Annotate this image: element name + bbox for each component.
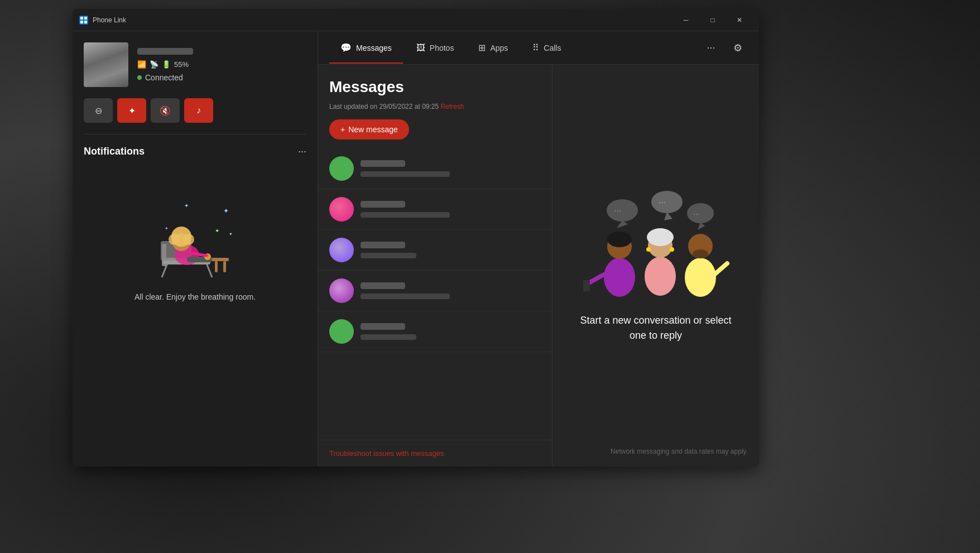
svg-text:✦: ✦ <box>215 228 219 234</box>
conversation-avatar <box>329 319 354 344</box>
notifications-more-button[interactable]: ··· <box>298 146 306 157</box>
conversation-name-blur <box>361 282 405 289</box>
svg-rect-38 <box>583 280 590 291</box>
messages-header: Messages Last updated on 29/05/2022 at 0… <box>318 65 552 148</box>
troubleshoot-link[interactable]: Troubleshoot issues with messages <box>318 440 552 467</box>
connected-row: Connected <box>137 73 306 82</box>
svg-text:✦: ✦ <box>184 203 189 209</box>
notifications-empty-state: ✦ ✦ ✦ ✦ ✦ <box>84 169 306 325</box>
apps-tab-label: Apps <box>490 44 508 52</box>
svg-text:···: ··· <box>614 206 621 215</box>
svg-point-21 <box>169 234 180 245</box>
svg-point-29 <box>687 203 714 223</box>
connected-dot <box>137 75 142 80</box>
conversation-avatar <box>329 156 354 181</box>
conversation-preview-blur <box>361 212 450 218</box>
maximize-button[interactable]: □ <box>700 12 726 28</box>
svg-text:···: ··· <box>659 198 666 207</box>
settings-button[interactable]: ⚙ <box>728 38 748 58</box>
signal-icon: 📡 <box>150 60 158 69</box>
tab-photos[interactable]: 🖼 Photos <box>405 32 465 64</box>
messages-updated: Last updated on 29/05/2022 at 09:25 Refr… <box>329 103 541 110</box>
svg-marker-33 <box>698 222 705 230</box>
new-message-button[interactable]: + New message <box>329 119 409 140</box>
sidebar: 📶 📡 🔋 55% Connected ⊖ ✦ <box>73 31 318 467</box>
svg-rect-3 <box>84 21 87 23</box>
mute-icon: 🔇 <box>160 105 171 116</box>
photos-tab-label: Photos <box>430 44 454 52</box>
conversation-avatar <box>329 238 354 262</box>
svg-text:···: ··· <box>693 209 700 218</box>
conversation-avatar <box>329 278 354 303</box>
conversation-item[interactable] <box>318 311 552 352</box>
conversation-item[interactable] <box>318 230 552 271</box>
new-message-plus-icon: + <box>340 125 345 134</box>
top-nav: 💬 Messages 🖼 Photos ⊞ Apps ⠿ Calls <box>318 31 759 65</box>
empty-panel-title: Start a new conversation or select one t… <box>575 313 737 343</box>
notifications-section: Notifications ··· ✦ ✦ ✦ ✦ ✦ <box>73 134 318 467</box>
mute-button[interactable]: 🔇 <box>151 98 180 123</box>
svg-point-41 <box>647 228 674 246</box>
conversation-illustration: ··· ··· ··· <box>578 188 734 300</box>
profile-status-row: 📶 📡 🔋 55% <box>137 60 306 69</box>
svg-point-42 <box>646 247 651 252</box>
conversation-item[interactable] <box>318 189 552 230</box>
connected-label: Connected <box>145 73 183 82</box>
apps-tab-icon: ⊞ <box>478 42 486 53</box>
bluetooth-button[interactable]: ✦ <box>117 98 146 123</box>
svg-rect-15 <box>215 261 218 272</box>
conversation-item[interactable] <box>318 271 552 311</box>
minimize-button[interactable]: ─ <box>673 12 699 28</box>
messages-empty-panel: ··· ··· ··· <box>553 65 759 467</box>
window-controls: ─ □ ✕ <box>673 12 752 28</box>
dnd-button[interactable]: ⊖ <box>84 98 113 123</box>
network-note: Network messaging and data rates may app… <box>611 448 748 455</box>
svg-point-39 <box>645 257 676 296</box>
conversation-name-blur <box>361 201 405 208</box>
relaxing-svg: ✦ ✦ ✦ ✦ ✦ <box>151 191 240 280</box>
svg-point-43 <box>670 247 674 252</box>
tab-messages[interactable]: 💬 Messages <box>329 32 403 64</box>
svg-rect-14 <box>209 258 229 261</box>
conversation-item[interactable] <box>318 148 552 189</box>
avatar-image <box>84 42 128 87</box>
profile-section: 📶 📡 🔋 55% Connected <box>73 31 318 98</box>
conversation-info <box>361 160 541 177</box>
svg-rect-16 <box>223 261 226 272</box>
tab-apps[interactable]: ⊞ Apps <box>467 32 519 64</box>
app-window: Phone Link ─ □ ✕ 📶 📡 🔋 55% <box>73 9 759 467</box>
tab-calls[interactable]: ⠿ Calls <box>521 32 572 64</box>
svg-line-47 <box>714 263 727 275</box>
nav-actions: ··· ⚙ <box>701 38 748 58</box>
conversation-preview-blur <box>361 171 450 177</box>
content-area: 💬 Messages 🖼 Photos ⊞ Apps ⠿ Calls <box>318 31 759 467</box>
avatar[interactable] <box>84 42 128 87</box>
calls-tab-icon: ⠿ <box>532 42 539 53</box>
conversation-info <box>361 282 541 299</box>
svg-rect-2 <box>80 21 83 23</box>
refresh-link[interactable]: Refresh <box>441 103 464 110</box>
svg-rect-0 <box>80 17 83 20</box>
relaxing-illustration: ✦ ✦ ✦ ✦ ✦ <box>151 191 240 280</box>
music-icon: ♪ <box>196 105 201 116</box>
conversation-preview-blur <box>361 334 416 340</box>
svg-line-10 <box>206 263 212 277</box>
nav-tabs: 💬 Messages 🖼 Photos ⊞ Apps ⠿ Calls <box>329 32 701 64</box>
wifi-icon: 📶 <box>137 60 146 69</box>
svg-point-46 <box>693 249 708 258</box>
messages-content: Messages Last updated on 29/05/2022 at 0… <box>318 65 759 467</box>
notifications-header: Notifications ··· <box>84 146 306 157</box>
conversation-name-blur <box>361 242 405 248</box>
svg-text:✦: ✦ <box>223 207 229 215</box>
calls-tab-label: Calls <box>544 44 561 52</box>
music-button[interactable]: ♪ <box>184 98 213 123</box>
more-options-icon: ··· <box>707 42 715 54</box>
conversation-info <box>361 323 541 340</box>
conversation-svg: ··· ··· ··· <box>578 188 734 300</box>
svg-point-34 <box>604 258 635 297</box>
conversation-avatar <box>329 197 354 222</box>
more-options-button[interactable]: ··· <box>701 38 721 58</box>
settings-icon: ⚙ <box>733 42 742 54</box>
close-button[interactable]: ✕ <box>727 12 752 28</box>
conversation-info <box>361 242 541 258</box>
